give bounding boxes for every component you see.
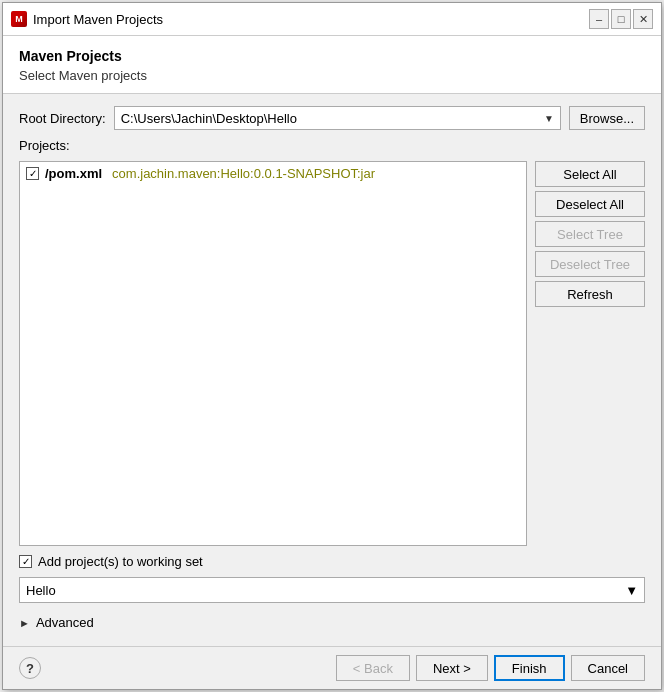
footer: ? < Back Next > Finish Cancel [3, 646, 661, 689]
working-set-label: Add project(s) to working set [38, 554, 203, 569]
advanced-row[interactable]: ► Advanced [19, 611, 645, 634]
working-set-checkbox[interactable] [19, 555, 32, 568]
table-row: /pom.xml com.jachin.maven:Hello:0.0.1-SN… [20, 162, 526, 185]
window-icon: M [11, 11, 27, 27]
projects-list[interactable]: /pom.xml com.jachin.maven:Hello:0.0.1-SN… [19, 161, 527, 546]
select-tree-button[interactable]: Select Tree [535, 221, 645, 247]
next-button[interactable]: Next > [416, 655, 488, 681]
deselect-tree-button[interactable]: Deselect Tree [535, 251, 645, 277]
side-buttons: Select All Deselect All Select Tree Dese… [535, 161, 645, 546]
root-directory-value: C:\Users\Jachin\Desktop\Hello [121, 111, 540, 126]
minimize-button[interactable]: – [589, 9, 609, 29]
root-directory-label: Root Directory: [19, 111, 106, 126]
window-controls: – □ ✕ [589, 9, 653, 29]
advanced-arrow-icon: ► [19, 617, 30, 629]
working-set-dropdown[interactable]: Hello ▼ [19, 577, 645, 603]
project-name: /pom.xml [45, 166, 102, 181]
cancel-button[interactable]: Cancel [571, 655, 645, 681]
working-set-value: Hello [26, 583, 56, 598]
title-bar: M Import Maven Projects – □ ✕ [3, 3, 661, 36]
main-window: M Import Maven Projects – □ ✕ Maven Proj… [2, 2, 662, 690]
working-set-arrow: ▼ [625, 583, 638, 598]
page-subtitle: Select Maven projects [19, 68, 645, 83]
page-title: Maven Projects [19, 48, 645, 64]
main-content: Root Directory: C:\Users\Jachin\Desktop\… [3, 94, 661, 646]
close-button[interactable]: ✕ [633, 9, 653, 29]
working-set-row: Add project(s) to working set [19, 554, 645, 569]
project-coords: com.jachin.maven:Hello:0.0.1-SNAPSHOT:ja… [112, 166, 375, 181]
finish-button[interactable]: Finish [494, 655, 565, 681]
back-button[interactable]: < Back [336, 655, 410, 681]
root-directory-row: Root Directory: C:\Users\Jachin\Desktop\… [19, 106, 645, 130]
maximize-button[interactable]: □ [611, 9, 631, 29]
projects-label: Projects: [19, 138, 645, 153]
root-directory-input[interactable]: C:\Users\Jachin\Desktop\Hello ▼ [114, 106, 561, 130]
header-section: Maven Projects Select Maven projects [3, 36, 661, 94]
project-checkbox[interactable] [26, 167, 39, 180]
refresh-button[interactable]: Refresh [535, 281, 645, 307]
deselect-all-button[interactable]: Deselect All [535, 191, 645, 217]
help-button[interactable]: ? [19, 657, 41, 679]
projects-area: /pom.xml com.jachin.maven:Hello:0.0.1-SN… [19, 161, 645, 546]
advanced-label: Advanced [36, 615, 94, 630]
select-all-button[interactable]: Select All [535, 161, 645, 187]
root-directory-arrow: ▼ [544, 113, 554, 124]
window-title: Import Maven Projects [33, 12, 589, 27]
browse-button[interactable]: Browse... [569, 106, 645, 130]
